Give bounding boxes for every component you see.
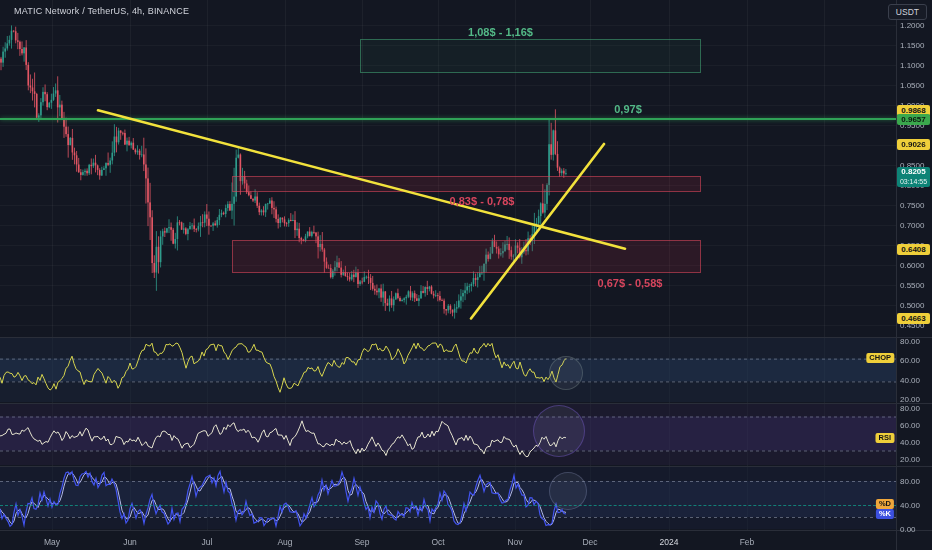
rsi-badge: RSI xyxy=(875,433,894,443)
time-axis-label[interactable]: 2024 xyxy=(660,537,679,547)
indicator-axis-tick: 40.00 xyxy=(900,501,920,510)
supply-zone-label: 1,08$ - 1,16$ xyxy=(468,26,533,38)
trendline-price-label: 0.4663 xyxy=(897,313,930,324)
indicator-axis-tick: 40.00 xyxy=(900,376,920,385)
symbol-title[interactable]: MATIC Network / TetherUS, 4h, BINANCE xyxy=(14,6,189,16)
mid-zone-label: 0,83$ - 0,78$ xyxy=(450,195,515,207)
chart-canvas[interactable] xyxy=(0,0,932,550)
stoch-d-badge: %D xyxy=(876,499,894,509)
time-axis-label[interactable]: Feb xyxy=(740,537,755,547)
price-axis-tick: 1.2000 xyxy=(900,21,924,30)
price-axis-tick: 0.7500 xyxy=(900,201,924,210)
time-axis-label[interactable]: Nov xyxy=(507,537,522,547)
supply-zone-box[interactable] xyxy=(360,39,701,73)
end-glow-circle xyxy=(533,405,585,457)
line-price-label: 0.9657 xyxy=(897,114,930,125)
time-axis-label[interactable]: Sep xyxy=(354,537,369,547)
low-support-zone-box[interactable] xyxy=(232,240,701,273)
trendline-price-label: 0.6408 xyxy=(897,244,930,255)
trendline-price-label: 0.9026 xyxy=(897,139,930,150)
resistance-price-line[interactable] xyxy=(0,118,896,120)
price-axis-tick: 0.5500 xyxy=(900,281,924,290)
bar-countdown: 03:14:55 xyxy=(897,177,930,187)
indicator-axis-tick: 80.00 xyxy=(900,337,920,346)
indicator-axis-tick: 80.00 xyxy=(900,404,920,413)
current-price-label: 0.820503:14:55 xyxy=(897,167,930,187)
price-axis-tick: 0.6000 xyxy=(900,261,924,270)
time-axis-label[interactable]: Jun xyxy=(123,537,137,547)
indicator-axis-tick: 20.00 xyxy=(900,395,920,404)
price-axis-tick: 0.5000 xyxy=(900,301,924,310)
time-axis-label[interactable]: Dec xyxy=(582,537,597,547)
time-axis-label[interactable]: Oct xyxy=(431,537,444,547)
indicator-axis-tick: 40.00 xyxy=(900,438,920,447)
currency-toggle-button[interactable]: USDT xyxy=(888,4,927,20)
price-axis-tick: 0.7000 xyxy=(900,221,924,230)
price-axis-tick: 1.1500 xyxy=(900,41,924,50)
indicator-axis-tick: 20.00 xyxy=(900,455,920,464)
trading-chart-app: 1,08$ - 1,16$ 0,97$ 0,83$ - 0,78$ 0,67$ … xyxy=(0,0,932,550)
mid-resistance-zone-box[interactable] xyxy=(232,176,701,192)
indicator-axis-tick: 60.00 xyxy=(900,421,920,430)
resistance-level-label: 0,97$ xyxy=(614,103,642,115)
chop-badge: CHOP xyxy=(866,353,894,363)
price-axis-tick: 1.1000 xyxy=(900,61,924,70)
stoch-k-badge: %K xyxy=(876,509,894,519)
time-axis-label[interactable]: May xyxy=(44,537,60,547)
time-axis-label[interactable]: Aug xyxy=(277,537,292,547)
price-axis-tick: 1.0500 xyxy=(900,81,924,90)
time-axis-label[interactable]: Jul xyxy=(202,537,213,547)
end-glow-circle xyxy=(549,356,583,390)
indicator-axis-tick: 60.00 xyxy=(900,356,920,365)
current-price-line xyxy=(0,505,896,506)
indicator-axis-tick: 0.00 xyxy=(900,525,916,534)
low-zone-label: 0,67$ - 0,58$ xyxy=(598,277,663,289)
indicator-axis-tick: 80.00 xyxy=(900,477,920,486)
